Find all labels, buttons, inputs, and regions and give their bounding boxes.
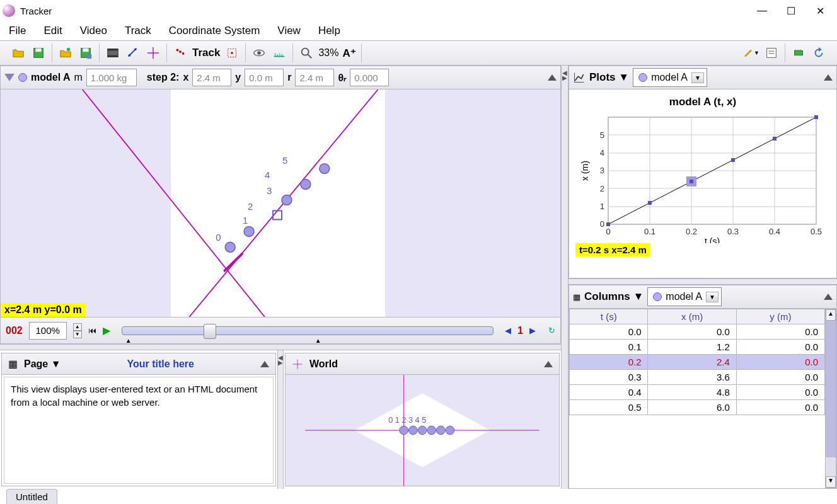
loop-button[interactable]: ↻ — [548, 326, 555, 335]
table-row[interactable]: 0.11.20.0 — [570, 340, 825, 355]
track-control-bar: model A m step 2: x y r θᵣ — [0, 66, 561, 89]
horizontal-splitter[interactable] — [0, 344, 561, 350]
col-header-y[interactable]: y (m) — [736, 309, 824, 324]
clip-settings-icon[interactable] — [105, 45, 121, 61]
columns-dropdown[interactable]: Columns ▼ — [584, 290, 644, 303]
table-row[interactable]: 0.56.00.0 — [570, 400, 825, 415]
data-table[interactable]: t (s) x (m) y (m) 0.00.00.0 0.11.20.0 0.… — [569, 309, 825, 488]
open-icon[interactable] — [10, 45, 26, 61]
theta-input[interactable] — [350, 69, 389, 86]
zoom-level[interactable]: 33% — [318, 47, 338, 59]
svg-text:0 1 2 3 4 5: 0 1 2 3 4 5 — [388, 415, 426, 425]
table-collapse-icon[interactable] — [824, 294, 833, 300]
svg-rect-41 — [273, 210, 282, 219]
step-fwd-button[interactable]: ▶ — [529, 326, 536, 335]
autotracker-icon[interactable] — [224, 45, 240, 61]
plot-track-selector[interactable]: model A▼ — [633, 68, 707, 87]
main-splitter[interactable]: ◀▶ — [561, 66, 569, 489]
col-header-x[interactable]: x (m) — [648, 309, 736, 324]
page-collapse-icon[interactable] — [260, 361, 269, 367]
rate-spinner[interactable]: ▲▼ — [73, 323, 82, 338]
maximize-button[interactable]: ☐ — [776, 1, 805, 21]
page-title[interactable]: Your title here — [67, 358, 254, 370]
document-tab[interactable]: Untitled — [6, 489, 57, 504]
zoom-icon[interactable] — [298, 45, 315, 61]
svg-point-19 — [258, 51, 262, 55]
world-view[interactable]: 0 1 2 3 4 5 — [286, 375, 559, 486]
svg-point-43 — [282, 195, 292, 205]
tab-bar: Untitled — [0, 489, 837, 504]
memory-icon[interactable] — [790, 45, 807, 61]
svg-point-10 — [134, 49, 137, 51]
play-button[interactable]: ▶ — [103, 324, 110, 336]
plot-collapse-icon[interactable] — [824, 74, 833, 81]
theta-label: θᵣ — [338, 72, 346, 84]
visibility-icon[interactable] — [251, 45, 267, 61]
axes-icon[interactable] — [145, 45, 161, 61]
svg-rect-7 — [108, 49, 118, 51]
calibration-icon[interactable] — [125, 45, 141, 61]
col-header-t[interactable]: t (s) — [570, 309, 648, 324]
rewind-button[interactable]: ⏮ — [88, 326, 96, 335]
menu-file[interactable]: File — [5, 22, 35, 40]
track-name[interactable]: model A — [31, 72, 71, 83]
right-splitter[interactable] — [569, 278, 837, 285]
close-button[interactable]: ✕ — [805, 1, 834, 21]
coordinate-readout: x=2.4 m y=0.0 m — [1, 303, 86, 317]
world-label[interactable]: World — [309, 358, 338, 370]
timeline-slider[interactable]: ▲ ▲ — [122, 326, 494, 335]
notes-icon[interactable] — [763, 45, 780, 61]
x-input[interactable] — [192, 69, 231, 86]
r-input[interactable] — [295, 69, 334, 86]
open-project-icon[interactable] — [57, 45, 74, 61]
font-size-button[interactable]: A⁺ — [342, 47, 355, 60]
minimize-button[interactable]: — — [748, 1, 776, 21]
svg-text:0: 0 — [606, 227, 610, 236]
world-axes-icon — [292, 358, 303, 370]
menu-view[interactable]: View — [268, 22, 309, 40]
collapse-icon[interactable] — [548, 74, 557, 81]
new-track-icon[interactable] — [172, 45, 188, 61]
page-view-icon: ▦ — [8, 358, 18, 370]
main-video-view[interactable]: 0 1 2 3 4 5 x=2.4 m y=0.0 m — [0, 89, 561, 318]
svg-rect-27 — [767, 49, 776, 58]
svg-text:4: 4 — [265, 169, 270, 180]
table-row[interactable]: 0.44.80.0 — [570, 385, 825, 400]
save-project-icon[interactable] — [78, 45, 94, 61]
table-track-selector[interactable]: model A▼ — [647, 287, 722, 306]
svg-point-57 — [427, 426, 436, 435]
bottom-splitter[interactable]: ◀▶ — [277, 350, 284, 489]
step-back-button[interactable]: ◀ — [505, 326, 511, 335]
mass-input[interactable] — [86, 69, 137, 86]
ruler-icon[interactable] — [271, 45, 287, 61]
menu-track[interactable]: Track — [116, 22, 160, 40]
page-dropdown[interactable]: Page ▼ — [24, 358, 61, 370]
menu-help[interactable]: Help — [309, 22, 349, 40]
table-row[interactable]: 0.00.00.0 — [570, 324, 825, 340]
table-scrollbar[interactable]: ▲▼ — [825, 309, 836, 488]
menu-video[interactable]: Video — [71, 22, 116, 40]
world-collapse-icon[interactable] — [544, 361, 553, 367]
svg-text:1: 1 — [600, 202, 604, 211]
mass-label: m — [74, 72, 83, 83]
save-icon[interactable] — [30, 45, 47, 61]
plots-dropdown[interactable]: Plots ▼ — [589, 71, 629, 84]
refresh-icon[interactable] — [811, 45, 827, 61]
play-rate[interactable]: 100% — [29, 322, 67, 340]
y-input[interactable] — [245, 69, 284, 86]
svg-text:2: 2 — [600, 184, 604, 193]
page-content[interactable]: This view displays user-entered text or … — [4, 377, 274, 484]
table-row-selected[interactable]: 0.22.40.0 — [570, 355, 825, 370]
svg-text:0.2: 0.2 — [686, 227, 697, 236]
table-row[interactable]: 0.33.60.0 — [570, 370, 825, 385]
menu-edit[interactable]: Edit — [35, 22, 71, 40]
y-label: y — [235, 72, 241, 83]
track-button[interactable]: Track — [192, 47, 220, 59]
pencil-icon[interactable]: ▼ — [743, 45, 759, 61]
svg-line-26 — [308, 55, 312, 59]
track-dropdown-icon[interactable] — [4, 74, 14, 81]
menu-coord[interactable]: Coordinate System — [160, 22, 269, 40]
svg-point-13 — [176, 49, 179, 52]
plot-view[interactable]: model A (t, x) — [569, 89, 837, 278]
svg-point-2 — [67, 48, 71, 52]
